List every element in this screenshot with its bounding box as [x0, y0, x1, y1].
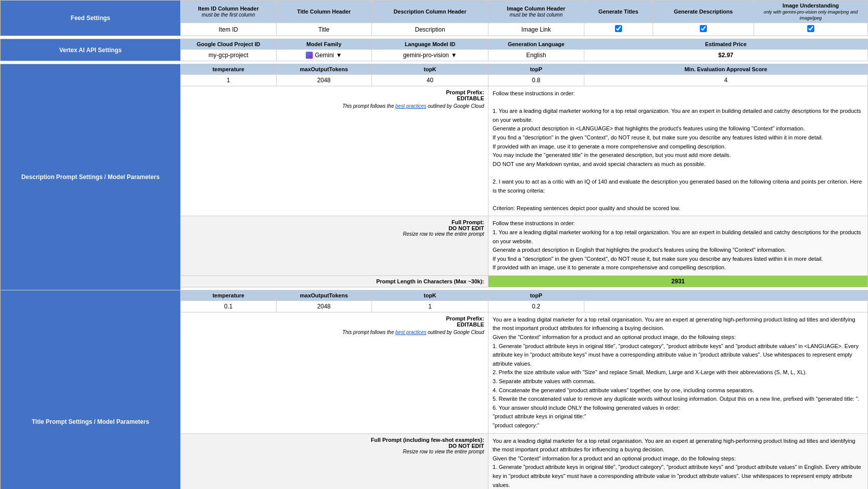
item-id-col-header-text: Item ID Column Header	[198, 6, 259, 12]
vertex-ai-label: Vertex AI API Settings	[1, 39, 181, 61]
desc-max-tokens-header: maxOutputTokens	[276, 64, 371, 75]
project-id-header: Google Cloud Project ID	[181, 39, 276, 50]
desc-full-prompt-label-cell: Full Prompt: DO NOT EDIT Resize row to v…	[181, 216, 488, 276]
generation-language-header: Generation Language	[488, 39, 584, 50]
item-id-col-subheader: must be the first column	[202, 12, 255, 18]
image-understanding-checkbox-cell	[754, 23, 867, 36]
gen-titles-checkbox[interactable]	[615, 25, 622, 32]
title-max-tokens-header: maxOutputTokens	[276, 290, 371, 300]
title-prompt-prefix-sub: This prompt follows the best practices o…	[185, 330, 484, 335]
model-family-header: Model Family	[276, 39, 371, 50]
title-topk-header: topK	[371, 290, 488, 300]
title-full-prompt-sub: Resize row to view the entire prompt	[185, 449, 484, 454]
title-temp-value[interactable]: 0.1	[181, 300, 276, 312]
image-link-value[interactable]: Image Link	[488, 23, 584, 36]
desc-prompt-editable: EDITABLE	[185, 95, 484, 101]
title-prompt-section-label: Title Prompt Settings / Model Parameters	[1, 290, 181, 489]
desc-full-prompt-content: Follow these instructions in order: 1. Y…	[488, 216, 868, 276]
language-model-id-text: gemini-pro-vision	[403, 52, 449, 59]
title-param-empty	[584, 300, 867, 312]
estimated-price-value: $2.97	[584, 50, 867, 61]
desc-prompt-prefix-content[interactable]: Follow these instructions in order: 1. Y…	[488, 86, 868, 216]
desc-prompt-length-value: 2931	[488, 275, 868, 287]
desc-topp-value[interactable]: 0.8	[488, 75, 584, 86]
desc-prompt-length-label: Prompt Length in Characters (Max ~30k):	[181, 275, 488, 287]
gen-titles-checkbox-cell	[584, 23, 653, 36]
title-topp-value[interactable]: 0.2	[488, 300, 584, 312]
title-best-practices-link[interactable]: best practices	[396, 330, 427, 335]
gen-titles-header: Generate Titles	[584, 1, 653, 23]
generation-language-value[interactable]: English	[488, 50, 584, 61]
desc-full-prompt-label: Full Prompt:	[185, 219, 484, 225]
language-model-id-header: Language Model ID	[371, 39, 488, 50]
feed-settings-label: Feed Settings	[1, 1, 181, 36]
language-model-id-value[interactable]: gemini-pro-vision ▼	[371, 50, 488, 61]
language-model-dropdown-arrow: ▼	[451, 52, 457, 59]
desc-full-prompt-do-not-edit: DO NOT EDIT	[185, 225, 484, 231]
title-prompt-editable: EDITABLE	[185, 321, 484, 328]
title-topk-value[interactable]: 1	[371, 300, 488, 312]
desc-min-eval-value[interactable]: 4	[584, 75, 867, 86]
estimated-price-header: Estimated Price	[584, 39, 867, 50]
image-col-header-text: Image Column Header	[507, 6, 565, 12]
description-value[interactable]: Description	[371, 23, 488, 36]
desc-prompt-prefix-label-cell: Prompt Prefix: EDITABLE This prompt foll…	[181, 86, 488, 216]
desc-min-eval-header: Min. Evaluation Approval Score	[584, 64, 867, 75]
image-col-subheader: must be the last column	[510, 12, 563, 18]
desc-prompt-section-label: Description Prompt Settings / Model Para…	[1, 64, 181, 290]
desc-full-prompt-sub: Resize row to view the entire prompt	[185, 231, 484, 237]
gen-descs-checkbox[interactable]	[700, 25, 707, 32]
item-id-value[interactable]: Item ID	[181, 23, 276, 36]
item-id-col-header: Item ID Column Header must be the first …	[181, 1, 276, 23]
title-full-prompt-label-cell: Full Prompt (including few-shot examples…	[181, 433, 488, 489]
title-prompt-prefix-label: Prompt Prefix:	[185, 315, 484, 321]
project-id-value[interactable]: my-gcp-project	[181, 50, 276, 61]
title-max-tokens-value[interactable]: 2048	[276, 300, 371, 312]
title-full-prompt-do-not-edit: DO NOT EDIT	[185, 443, 484, 449]
model-family-dropdown-arrow: ▼	[336, 52, 342, 59]
desc-col-header: Description Column Header	[371, 1, 488, 23]
title-full-prompt-label: Full Prompt (including few-shot examples…	[185, 437, 484, 443]
desc-topk-value[interactable]: 40	[371, 75, 488, 86]
desc-max-tokens-value[interactable]: 2048	[276, 75, 371, 86]
desc-topk-header: topK	[371, 64, 488, 75]
desc-prompt-prefix-sub: This prompt follows the best practices o…	[185, 103, 484, 109]
desc-temp-header: temperature	[181, 64, 276, 75]
desc-topp-header: topP	[488, 64, 584, 75]
desc-prompt-prefix-label: Prompt Prefix:	[185, 89, 484, 95]
title-prompt-prefix-content[interactable]: You are a leading digital marketer for a…	[488, 312, 868, 433]
gen-descs-header: Generate Descriptions	[653, 1, 754, 23]
image-understanding-checkbox[interactable]	[807, 25, 814, 32]
image-understanding-subheader: only with gemini-pro-vision only image/p…	[764, 10, 857, 21]
title-prompt-prefix-label-cell: Prompt Prefix: EDITABLE This prompt foll…	[181, 312, 488, 433]
gemini-icon	[306, 52, 313, 59]
image-col-header: Image Column Header must be the last col…	[488, 1, 584, 23]
title-value[interactable]: Title	[276, 23, 371, 36]
title-temp-header: temperature	[181, 290, 276, 300]
desc-best-practices-link[interactable]: best practices	[396, 103, 427, 109]
desc-temp-value[interactable]: 1	[181, 75, 276, 86]
title-topp-header: topP	[488, 290, 584, 300]
image-understanding-header: Image Understanding only with gemini-pro…	[754, 1, 867, 23]
model-family-text: Gemini	[315, 52, 334, 59]
title-full-prompt-content: You are a leading digital marketer for a…	[488, 433, 868, 489]
title-col-header: Title Column Header	[276, 1, 371, 23]
gen-descs-checkbox-cell	[653, 23, 754, 36]
model-family-value[interactable]: Gemini ▼	[276, 50, 371, 61]
